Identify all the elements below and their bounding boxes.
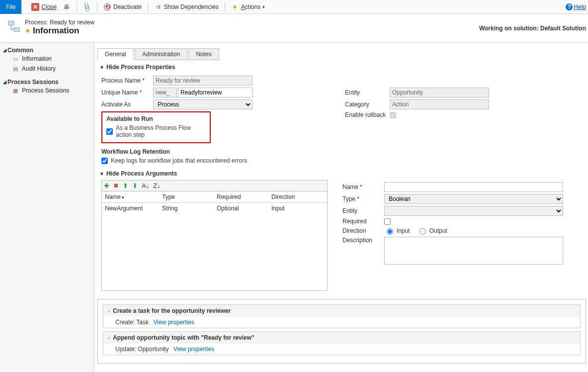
keep-logs-checkbox[interactable] (101, 158, 108, 164)
process-steps-box: ◦ Create a task for the opportunity revi… (97, 299, 586, 364)
paperclip-icon: 📎 (82, 1, 92, 12)
col-name[interactable]: Name (102, 191, 159, 202)
nav-item-information[interactable]: ▭ Information (3, 54, 91, 64)
process-step[interactable]: ◦ Create a task for the opportunity revi… (103, 304, 581, 328)
nav-heading-common[interactable]: ◢ Common (3, 47, 91, 54)
unique-name-label: Unique Name (101, 89, 138, 96)
move-down-button[interactable]: ⬇ (132, 182, 138, 189)
add-argument-button[interactable]: ✚ (104, 182, 109, 189)
available-bpf-checkbox[interactable] (106, 128, 113, 135)
arg-required-label: Required (342, 218, 384, 225)
sort-asc-button[interactable]: A↓ (142, 182, 149, 189)
separator (148, 2, 148, 12)
deactivate-button[interactable]: ⟲ Deactivate (100, 0, 145, 14)
entity-input (390, 88, 489, 97)
unique-name-input[interactable] (178, 88, 252, 97)
category-input (390, 99, 489, 109)
file-button[interactable]: File (0, 0, 21, 14)
arguments-grid-row[interactable]: NewArgument String Optional Input (102, 203, 327, 214)
view-properties-link[interactable]: View properties (154, 319, 195, 326)
arg-type-select[interactable]: Boolean (384, 194, 563, 204)
col-direction[interactable]: Direction (268, 191, 323, 202)
available-to-run-highlight: Available to Run As a Business Process F… (101, 111, 211, 143)
keep-logs-checkbox-row[interactable]: Keep logs for workflow jobs that encount… (101, 157, 310, 164)
solution-label: Working on solution: Default Solution (479, 25, 586, 32)
cell-name: NewArgument (102, 203, 159, 214)
save-and-close-button[interactable]: 🖶 (60, 0, 74, 14)
help-icon: ? (566, 3, 573, 10)
tab-notes[interactable]: Notes (188, 48, 219, 60)
separator (225, 2, 225, 12)
arguments-grid: Name Type Required Direction NewArgument… (101, 191, 328, 291)
chevron-down-icon: ▼ (99, 65, 104, 70)
close-button[interactable]: ✕ Close (28, 0, 60, 14)
view-properties-link[interactable]: View properties (173, 346, 215, 353)
nav-item-process-sessions[interactable]: ▦ Process Sessions (3, 86, 91, 95)
enable-rollback-label: Enable rollback (345, 111, 390, 118)
chevron-down-icon: ▾ (262, 4, 265, 9)
step-bullet-icon: ◦ (107, 334, 110, 342)
section-label: Hide Process Arguments (106, 170, 177, 177)
tab-administration[interactable]: Administration (135, 48, 187, 60)
nav-item-label: Information (22, 55, 52, 62)
close-icon: ✕ (31, 3, 39, 11)
show-dependencies-button[interactable]: ⇉ Show Dependencies (151, 0, 222, 14)
available-bpf-checkbox-row[interactable]: As a Business Process Flow action step (106, 124, 206, 138)
actions-menu[interactable]: ★ Actions ▾ (228, 0, 268, 14)
arg-direction-input-radio[interactable]: Input (384, 227, 410, 235)
keep-logs-label: Keep logs for workflow jobs that encount… (111, 157, 247, 164)
svg-rect-1 (14, 28, 19, 32)
help-link[interactable]: ? Help (566, 3, 588, 10)
nav-item-audit-history[interactable]: ▤ Audit History (3, 64, 91, 74)
sort-desc-button[interactable]: Z↓ (153, 182, 160, 189)
audit-icon: ▤ (12, 65, 19, 72)
arg-name-input[interactable] (384, 182, 563, 192)
toggle-hide-process-arguments[interactable]: ▼ Hide Process Arguments (99, 170, 586, 177)
arguments-grid-header: Name Type Required Direction (102, 191, 327, 203)
attach-button[interactable]: 📎 (80, 0, 94, 14)
main-panel: General Administration Notes ▼ Hide Proc… (94, 43, 588, 372)
workflow-log-title: Workflow Log Retention (101, 148, 310, 155)
arguments-toolbar: ✚ ✖ ⬆ ⬇ A↓ Z↓ (101, 180, 328, 191)
show-dependencies-label: Show Dependencies (164, 3, 219, 10)
tab-general[interactable]: General (97, 48, 134, 60)
nav-heading-process-sessions-label: Process Sessions (7, 79, 59, 86)
cell-direction: Input (268, 203, 323, 214)
arg-direction-label: Direction (342, 227, 384, 234)
delete-argument-button[interactable]: ✖ (113, 182, 119, 189)
chevron-down-icon: ◢ (3, 48, 6, 53)
nav-item-label: Audit History (22, 65, 56, 72)
entity-label: Entity (345, 89, 390, 96)
arg-name-label: Name (342, 184, 358, 190)
step-title: Append opportunity topic with "Ready for… (113, 334, 254, 341)
page-title: Information (33, 26, 80, 36)
deactivate-label: Deactivate (113, 3, 142, 10)
arg-description-textarea[interactable] (384, 237, 563, 265)
cell-type: String (159, 203, 214, 214)
save-icon: 🖶 (63, 3, 71, 11)
dependencies-icon: ⇉ (154, 3, 162, 11)
sessions-icon: ▦ (12, 87, 19, 94)
col-type[interactable]: Type (159, 191, 214, 202)
nav-item-label: Process Sessions (22, 87, 69, 94)
arg-description-label: Description (342, 237, 384, 244)
actions-label: Actions (241, 3, 260, 10)
move-up-button[interactable]: ⬆ (123, 182, 128, 189)
separator (77, 2, 77, 12)
chevron-down-icon: ▼ (99, 171, 104, 177)
form-icon: ▭ (12, 55, 19, 62)
step-body-text: Create: Task (115, 319, 149, 326)
nav-heading-process-sessions[interactable]: ◢ Process Sessions (3, 79, 91, 86)
nav-heading-common-label: Common (7, 47, 33, 54)
toggle-hide-process-properties[interactable]: ▼ Hide Process Properties (99, 64, 586, 71)
svg-rect-0 (8, 21, 14, 25)
process-name-input[interactable] (153, 76, 252, 86)
col-required[interactable]: Required (214, 191, 268, 202)
section-label: Hide Process Properties (106, 64, 175, 71)
arg-required-checkbox[interactable] (384, 218, 391, 225)
left-nav: ◢ Common ▭ Information ▤ Audit History ◢… (0, 43, 94, 372)
arg-entity-select[interactable] (384, 206, 563, 216)
activate-as-select[interactable]: Process (153, 99, 252, 109)
process-step[interactable]: ◦ Append opportunity topic with "Ready f… (103, 331, 581, 355)
arg-direction-output-radio[interactable]: Output (417, 227, 447, 235)
